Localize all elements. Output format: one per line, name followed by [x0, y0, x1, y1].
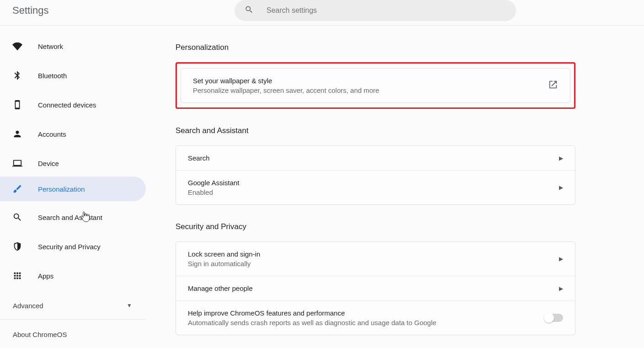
sidebar-item-accounts[interactable]: Accounts: [0, 118, 146, 147]
row-title: Help improve ChromeOS features and perfo…: [188, 309, 436, 317]
row-subtitle: Sign in automatically: [188, 260, 260, 268]
card-search-assistant: Search ▶ Google Assistant Enabled ▶: [176, 145, 575, 205]
sidebar-item-label: Device: [38, 160, 59, 167]
section-title: Search and Assistant: [176, 126, 575, 135]
chevron-right-icon: ▶: [559, 285, 563, 292]
sidebar-item-search-assistant[interactable]: Search and Assistant: [0, 201, 146, 230]
sidebar-item-bluetooth[interactable]: Bluetooth: [0, 59, 146, 89]
toggle-crash-reports[interactable]: [545, 314, 563, 322]
top-bar: Settings: [0, 0, 644, 26]
chevron-right-icon: ▶: [559, 256, 563, 262]
row-help-improve-chromeos[interactable]: Help improve ChromeOS features and perfo…: [176, 300, 575, 335]
card-wallpaper-style: Set your wallpaper & style Personalize w…: [181, 68, 570, 103]
sidebar-item-label: Apps: [38, 272, 53, 280]
main-content: Personalization Set your wallpaper & sty…: [146, 26, 644, 348]
search-box[interactable]: [234, 0, 516, 21]
row-text: Lock screen and sign-in Sign in automati…: [188, 250, 260, 268]
row-title: Search: [188, 154, 210, 162]
row-wallpaper-style[interactable]: Set your wallpaper & style Personalize w…: [181, 69, 570, 102]
phone-icon: [12, 100, 22, 110]
section-security-privacy: Security and Privacy Lock screen and sig…: [176, 222, 575, 335]
card-security-privacy: Lock screen and sign-in Sign in automati…: [176, 241, 575, 335]
apps-icon: [12, 271, 22, 281]
open-external-icon: [548, 80, 558, 91]
toggle-knob: [544, 313, 554, 323]
section-personalization: Personalization Set your wallpaper & sty…: [176, 43, 575, 109]
sidebar-item-label: Security and Privacy: [38, 243, 101, 251]
sidebar-item-label: Connected devices: [38, 101, 96, 109]
sidebar-item-label: Accounts: [38, 130, 66, 138]
row-text: Google Assistant Enabled: [188, 179, 240, 196]
row-search[interactable]: Search ▶: [176, 146, 575, 170]
divider: [0, 319, 146, 320]
row-subtitle: Automatically sends crash reports as wel…: [188, 319, 436, 327]
sidebar-advanced[interactable]: Advanced ▼: [0, 294, 146, 316]
sidebar-about[interactable]: About ChromeOS: [0, 322, 146, 338]
sidebar-item-label: Search and Assistant: [38, 214, 102, 221]
app-title: Settings: [12, 5, 49, 16]
row-title: Lock screen and sign-in: [188, 250, 260, 258]
section-title: Security and Privacy: [176, 222, 575, 231]
row-title: Manage other people: [188, 284, 253, 292]
about-label: About ChromeOS: [13, 331, 67, 338]
row-text: Search: [188, 154, 210, 162]
row-title: Google Assistant: [188, 179, 240, 187]
row-subtitle: Enabled: [188, 188, 240, 196]
search-icon: [245, 5, 254, 16]
row-text: Help improve ChromeOS features and perfo…: [188, 309, 436, 327]
row-text: Set your wallpaper & style Personalize w…: [193, 77, 379, 94]
row-lock-screen[interactable]: Lock screen and sign-in Sign in automati…: [176, 242, 575, 276]
chevron-down-icon: ▼: [127, 302, 132, 309]
chevron-right-icon: ▶: [559, 155, 563, 161]
wifi-icon: [12, 41, 22, 51]
section-search-assistant: Search and Assistant Search ▶ Google Ass…: [176, 126, 575, 205]
sidebar-item-connected-devices[interactable]: Connected devices: [0, 89, 146, 118]
row-subtitle: Personalize wallpaper, screen saver, acc…: [193, 86, 379, 94]
sidebar-item-label: Network: [38, 43, 63, 50]
sidebar-item-label: Bluetooth: [38, 72, 67, 80]
sidebar-item-device[interactable]: Device: [0, 147, 146, 177]
sidebar-item-network[interactable]: Network: [0, 30, 146, 59]
annotation-highlight: Set your wallpaper & style Personalize w…: [176, 62, 575, 109]
search-icon: [12, 212, 22, 222]
row-google-assistant[interactable]: Google Assistant Enabled ▶: [176, 170, 575, 204]
person-icon: [12, 129, 22, 139]
shield-icon: [12, 241, 22, 252]
sidebar: Network Bluetooth Connected devices Acco…: [0, 26, 146, 348]
row-text: Manage other people: [188, 284, 253, 292]
sidebar-item-personalization[interactable]: Personalization: [0, 177, 146, 201]
sidebar-item-apps[interactable]: Apps: [0, 260, 146, 289]
search-input[interactable]: [266, 6, 506, 15]
row-title: Set your wallpaper & style: [193, 77, 379, 85]
bluetooth-icon: [12, 70, 22, 80]
brush-icon: [12, 184, 22, 194]
chevron-right-icon: ▶: [559, 184, 563, 191]
sidebar-item-label: Personalization: [38, 185, 85, 193]
row-manage-other-people[interactable]: Manage other people ▶: [176, 276, 575, 300]
sidebar-item-security-privacy[interactable]: Security and Privacy: [0, 230, 146, 260]
advanced-label: Advanced: [13, 302, 43, 310]
laptop-icon: [12, 158, 22, 168]
section-title: Personalization: [176, 43, 575, 52]
